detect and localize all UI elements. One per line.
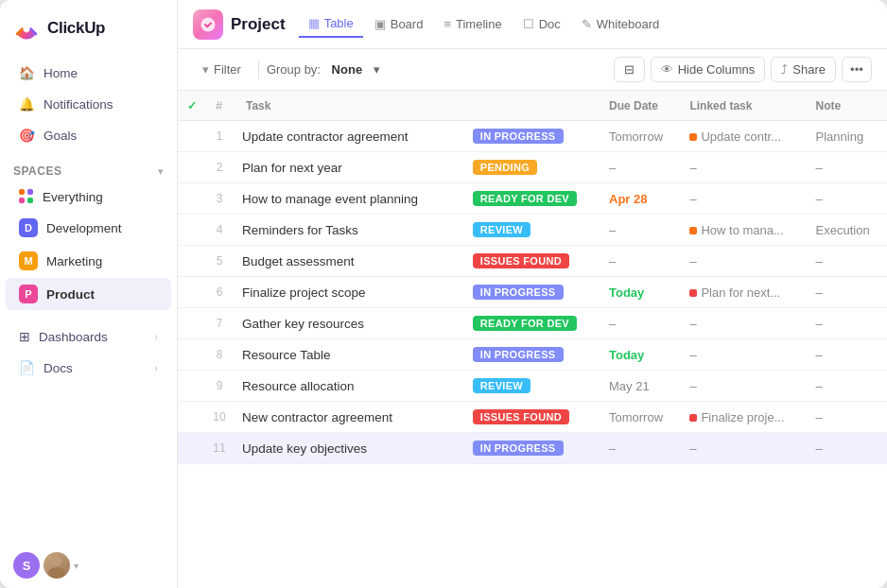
dashboards-label: Dashboards: [39, 330, 108, 344]
hide-columns-button[interactable]: 👁 Hide Columns: [651, 57, 766, 82]
project-logo-icon: [200, 16, 217, 33]
more-options-button[interactable]: •••: [842, 57, 872, 82]
task-status-cell[interactable]: REVIEW: [463, 371, 600, 402]
task-status-cell[interactable]: REVIEW: [463, 215, 600, 246]
task-due-date-cell: –: [600, 215, 680, 246]
task-status-cell[interactable]: IN PROGRESS: [463, 121, 600, 152]
task-note-cell: –: [807, 308, 887, 339]
sidebar-item-home[interactable]: 🏠 Home: [6, 58, 171, 88]
task-linked-cell[interactable]: –: [680, 308, 806, 339]
task-status-cell[interactable]: ISSUES FOUND: [463, 402, 600, 433]
table-row[interactable]: 10New contractor agreementISSUES FOUNDTo…: [178, 402, 887, 433]
sidebar-item-dashboards[interactable]: ⊞ Dashboards ›: [6, 321, 171, 352]
sidebar-item-development[interactable]: D Development: [6, 212, 171, 244]
share-button[interactable]: ⤴ Share: [771, 57, 836, 82]
col-check: ✓: [178, 91, 206, 121]
sidebar-item-label: Goals: [43, 129, 77, 143]
task-status-cell[interactable]: PENDING: [463, 152, 600, 183]
task-name-cell[interactable]: Update contractor agreement: [233, 121, 463, 152]
sidebar-item-goals[interactable]: 🎯 Goals: [6, 120, 171, 150]
task-linked-cell[interactable]: –: [680, 183, 806, 215]
task-name-cell[interactable]: Update key objectives: [233, 433, 463, 464]
task-status-cell[interactable]: READY FOR DEV: [463, 183, 600, 215]
sidebar-item-everything[interactable]: Everything: [6, 182, 171, 211]
task-status-cell[interactable]: IN PROGRESS: [463, 277, 600, 308]
development-label: Development: [46, 221, 122, 235]
task-status-cell[interactable]: IN PROGRESS: [463, 339, 600, 371]
task-note-cell: –: [807, 277, 887, 308]
task-due-date-cell: Apr 28: [600, 183, 680, 215]
col-due-date[interactable]: Due Date: [600, 91, 680, 121]
filter-button[interactable]: ▾ Filter: [193, 58, 251, 81]
task-name-cell[interactable]: Gather key resources: [233, 308, 463, 339]
top-bar: Project ▦ Table ▣ Board ≡ Timeline ☐ Doc…: [178, 0, 887, 49]
sidebar-item-docs[interactable]: 📄 Docs ›: [6, 353, 171, 383]
columns-icon-button[interactable]: ⊟: [614, 57, 645, 82]
task-status-cell[interactable]: ISSUES FOUND: [463, 246, 600, 277]
task-name-cell[interactable]: How to manage event planning: [233, 183, 463, 215]
table-row[interactable]: 4Reminders for TasksREVIEW–How to mana..…: [178, 215, 887, 246]
user-face-icon: [43, 552, 70, 579]
table-row[interactable]: 6Finalize project scopeIN PROGRESSTodayP…: [178, 277, 887, 308]
tab-doc[interactable]: ☐ Doc: [513, 11, 570, 37]
task-name-cell[interactable]: Plan for next year: [233, 152, 463, 183]
tab-timeline[interactable]: ≡ Timeline: [434, 11, 511, 37]
tab-board[interactable]: ▣ Board: [365, 11, 433, 37]
task-check-cell: [178, 402, 206, 433]
timeline-tab-icon: ≡: [444, 17, 451, 31]
whiteboard-tab-icon: ✎: [582, 17, 592, 31]
spaces-expand-icon[interactable]: ▾: [158, 165, 164, 178]
hide-columns-label: Hide Columns: [678, 62, 756, 77]
table-row[interactable]: 2Plan for next yearPENDING–––: [178, 152, 887, 183]
task-due-date-cell: Tomorrow: [600, 121, 680, 152]
user-avatar-stack[interactable]: S ▾: [13, 552, 78, 579]
docs-icon: 📄: [19, 360, 35, 375]
col-task[interactable]: Task: [233, 91, 463, 121]
table-row[interactable]: 9Resource allocationREVIEWMay 21––: [178, 371, 887, 402]
col-note[interactable]: Note: [807, 91, 887, 121]
task-linked-cell[interactable]: –: [680, 433, 806, 464]
task-status-cell[interactable]: READY FOR DEV: [463, 308, 600, 339]
toolbar: ▾ Filter Group by: None ▾ ⊟ 👁 Hide Colum…: [178, 49, 887, 91]
logo: ClickUp: [0, 0, 177, 53]
task-due-date-cell: –: [600, 152, 680, 183]
tab-timeline-label: Timeline: [456, 17, 502, 31]
table-row[interactable]: 5Budget assessmentISSUES FOUND–––: [178, 246, 887, 277]
tab-table[interactable]: ▦ Table: [299, 10, 363, 38]
sidebar-item-marketing[interactable]: M Marketing: [6, 245, 171, 277]
tab-whiteboard-label: Whiteboard: [597, 17, 659, 31]
task-due-date-cell: Today: [600, 339, 680, 371]
task-name-cell[interactable]: Finalize project scope: [233, 277, 463, 308]
task-linked-cell[interactable]: How to mana...: [680, 215, 806, 246]
group-by-selector[interactable]: Group by: None ▾: [267, 62, 380, 77]
status-badge: IN PROGRESS: [473, 129, 564, 144]
tab-whiteboard[interactable]: ✎ Whiteboard: [572, 11, 669, 37]
task-due-date-cell: –: [600, 308, 680, 339]
table-row[interactable]: 7Gather key resourcesREADY FOR DEV–––: [178, 308, 887, 339]
sidebar-item-notifications[interactable]: 🔔 Notifications: [6, 89, 171, 119]
task-linked-cell[interactable]: Finalize proje...: [680, 402, 806, 433]
task-name-cell[interactable]: Resource Table: [233, 339, 463, 371]
task-linked-cell[interactable]: Plan for next...: [680, 277, 806, 308]
user-avatar-initial: S: [13, 552, 40, 579]
task-linked-cell[interactable]: –: [680, 246, 806, 277]
task-name-cell[interactable]: Reminders for Tasks: [233, 215, 463, 246]
sidebar-item-product[interactable]: P Product: [6, 278, 171, 310]
status-badge: IN PROGRESS: [473, 347, 564, 362]
task-linked-cell[interactable]: –: [680, 152, 806, 183]
task-name-cell[interactable]: New contractor agreement: [233, 402, 463, 433]
task-linked-cell[interactable]: –: [680, 371, 806, 402]
task-status-cell[interactable]: IN PROGRESS: [463, 433, 600, 464]
dashboards-left: ⊞ Dashboards: [19, 329, 108, 344]
project-title: Project: [231, 15, 286, 34]
table-row[interactable]: 1Update contractor agreementIN PROGRESST…: [178, 121, 887, 152]
task-name-cell[interactable]: Budget assessment: [233, 246, 463, 277]
development-badge: D: [19, 218, 38, 237]
task-linked-cell[interactable]: –: [680, 339, 806, 371]
table-row[interactable]: 11Update key objectivesIN PROGRESS–––: [178, 433, 887, 464]
table-row[interactable]: 3How to manage event planningREADY FOR D…: [178, 183, 887, 215]
col-linked-task[interactable]: Linked task: [680, 91, 806, 121]
table-row[interactable]: 8Resource TableIN PROGRESSToday––: [178, 339, 887, 371]
task-linked-cell[interactable]: Update contr...: [680, 121, 806, 152]
task-name-cell[interactable]: Resource allocation: [233, 371, 463, 402]
